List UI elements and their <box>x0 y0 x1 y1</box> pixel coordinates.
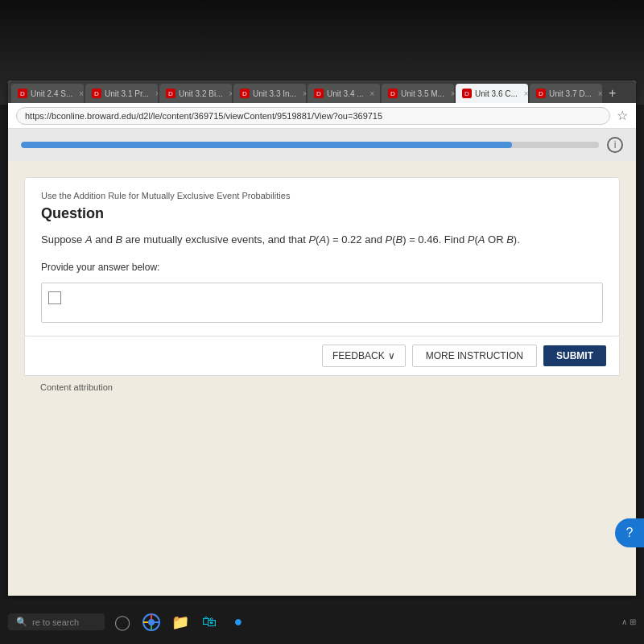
progress-track <box>21 142 599 148</box>
more-instruction-label: MORE INSTRUCTION <box>426 350 523 361</box>
content-area: Use the Addition Rule for Mutually Exclu… <box>8 161 636 596</box>
content-attribution: Content attribution <box>24 376 620 398</box>
tab-7-label: Unit 3.7 D... <box>549 89 592 98</box>
tab-3-close[interactable]: × <box>303 89 306 98</box>
tab-4-close[interactable]: × <box>370 89 375 98</box>
tab-3[interactable]: D Unit 3.3 In... × <box>233 84 306 103</box>
tab-5-icon: D <box>388 89 398 98</box>
svg-point-1 <box>148 619 155 625</box>
taskbar-icon-chrome[interactable] <box>140 611 163 634</box>
floating-help-button[interactable]: ? <box>615 518 644 547</box>
new-tab-button[interactable]: + <box>604 84 621 103</box>
question-category: Use the Addition Rule for Mutually Exclu… <box>41 191 603 200</box>
tab-5[interactable]: D Unit 3.5 M... × <box>382 84 454 103</box>
tab-1-icon: D <box>92 89 101 98</box>
tab-4-icon: D <box>314 89 324 98</box>
tab-0[interactable]: D Unit 2.4 S... × <box>11 84 84 103</box>
browser-window: D Unit 2.4 S... × D Unit 3.1 Pr... × D U… <box>8 80 636 596</box>
taskbar-system-icons: ∧ ⊞ <box>621 617 636 626</box>
action-bar: FEEDBACK ∨ MORE INSTRUCTION SUBMIT <box>24 336 620 376</box>
feedback-chevron-icon: ∨ <box>388 350 395 361</box>
tab-2[interactable]: D Unit 3.2 Bi... × <box>159 84 232 103</box>
bookmark-icon[interactable]: ☆ <box>617 108 628 123</box>
tab-1-label: Unit 3.1 Pr... <box>105 89 149 98</box>
tab-2-close[interactable]: × <box>229 89 232 98</box>
taskbar-icon-cortana[interactable]: ◯ <box>111 611 134 634</box>
taskbar: 🔍 re to search ◯ 📁 🛍 ● ∧ ⊞ <box>0 600 644 644</box>
taskbar-search-label: re to search <box>32 617 79 627</box>
progress-area: i <box>8 129 636 161</box>
submit-button[interactable]: SUBMIT <box>543 345 606 366</box>
answer-box <box>41 283 603 323</box>
tab-1[interactable]: D Unit 3.1 Pr... × <box>85 84 158 103</box>
tab-4-label: Unit 3.4 ... <box>327 89 364 98</box>
tab-bar: D Unit 2.4 S... × D Unit 3.1 Pr... × D U… <box>8 80 636 103</box>
taskbar-icon-app[interactable]: ● <box>227 611 250 634</box>
tab-6-icon: D <box>462 89 472 98</box>
question-title: Question <box>41 205 603 222</box>
info-icon[interactable]: i <box>607 137 623 153</box>
tab-0-icon: D <box>18 89 27 98</box>
tab-0-label: Unit 2.4 S... <box>31 89 72 98</box>
search-icon: 🔍 <box>16 617 27 627</box>
tab-5-close[interactable]: × <box>451 89 454 98</box>
tab-7-icon: D <box>536 89 546 98</box>
tab-0-close[interactable]: × <box>79 89 84 98</box>
provide-answer-label: Provide your answer below: <box>41 262 603 273</box>
tab-1-close[interactable]: × <box>155 89 158 98</box>
tab-6-label: Unit 3.6 C... <box>475 89 518 98</box>
tab-5-label: Unit 3.5 M... <box>401 89 444 98</box>
answer-checkbox[interactable] <box>48 291 61 304</box>
feedback-label: FEEDBACK <box>332 350 385 361</box>
progress-fill <box>21 142 512 148</box>
taskbar-right: ∧ ⊞ <box>621 617 636 626</box>
tab-7[interactable]: D Unit 3.7 D... × <box>530 84 602 103</box>
tab-3-label: Unit 3.3 In... <box>253 89 296 98</box>
taskbar-icon-store[interactable]: 🛍 <box>198 611 221 634</box>
address-bar: ☆ <box>8 103 636 129</box>
question-text: Suppose A and B are mutually exclusive e… <box>41 232 603 249</box>
url-input[interactable] <box>16 107 610 125</box>
tab-2-icon: D <box>166 89 175 98</box>
submit-label: SUBMIT <box>556 350 593 361</box>
more-instruction-button[interactable]: MORE INSTRUCTION <box>412 345 537 367</box>
question-card: Use the Addition Rule for Mutually Exclu… <box>24 177 620 336</box>
tab-7-close[interactable]: × <box>598 89 602 98</box>
tab-3-icon: D <box>240 89 250 98</box>
tab-6[interactable]: D Unit 3.6 C... × <box>456 84 528 103</box>
tab-2-label: Unit 3.2 Bi... <box>179 89 222 98</box>
feedback-button[interactable]: FEEDBACK ∨ <box>322 345 406 367</box>
tab-6-close[interactable]: × <box>524 89 528 98</box>
taskbar-icon-folder[interactable]: 📁 <box>169 611 192 634</box>
taskbar-search[interactable]: 🔍 re to search <box>8 613 105 630</box>
tab-4[interactable]: D Unit 3.4 ... × <box>308 84 380 103</box>
